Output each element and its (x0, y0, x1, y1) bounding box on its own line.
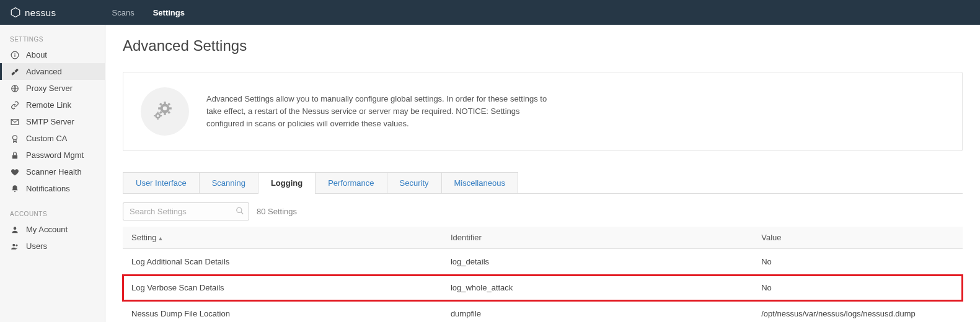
svg-rect-13 (164, 113, 166, 115)
globe-icon (10, 84, 20, 93)
svg-point-21 (157, 115, 159, 117)
sidebar-item-label: SMTP Server (26, 117, 74, 126)
bell-icon (10, 185, 20, 193)
sidebar-item-customca[interactable]: Custom CA (0, 130, 105, 147)
tab-scanning[interactable]: Scanning (199, 172, 258, 193)
heartbeat-icon (10, 168, 20, 176)
cell-value: No (753, 275, 963, 301)
svg-point-7 (14, 227, 17, 230)
svg-point-8 (12, 243, 15, 246)
svg-marker-0 (11, 8, 20, 17)
sidebar-item-label: Users (26, 242, 47, 251)
sidebar-item-smtp[interactable]: SMTP Server (0, 113, 105, 130)
svg-point-26 (237, 207, 242, 212)
svg-point-3 (14, 53, 15, 54)
gears-icon (141, 87, 189, 136)
brand-text: nessus (25, 7, 56, 18)
tab-performance[interactable]: Performance (315, 172, 387, 193)
svg-line-27 (241, 212, 244, 214)
sidebar-item-remote[interactable]: Remote Link (0, 97, 105, 113)
table-row[interactable]: Log Additional Scan Details log_details … (123, 249, 963, 275)
svg-rect-14 (158, 107, 161, 109)
sidebar-item-label: Proxy Server (26, 84, 73, 93)
svg-point-9 (15, 244, 17, 246)
svg-rect-24 (154, 115, 156, 116)
nav-settings[interactable]: Settings (153, 8, 185, 17)
mail-icon (10, 118, 20, 126)
cell-value: No (753, 249, 963, 275)
svg-rect-22 (157, 112, 159, 114)
table-row-highlighted[interactable]: Log Verbose Scan Details log_whole_attac… (123, 275, 963, 301)
sidebar-item-users[interactable]: Users (0, 238, 105, 255)
info-icon (10, 51, 20, 59)
search-icon (236, 206, 244, 217)
svg-point-11 (163, 107, 167, 111)
cell-setting: Nessus Dump File Location (123, 301, 442, 323)
user-icon (10, 225, 20, 234)
sidebar-item-label: Scanner Health (26, 167, 82, 176)
sidebar-item-label: Advanced (26, 67, 62, 76)
svg-rect-25 (161, 115, 162, 116)
sidebar-item-notifications[interactable]: Notifications (0, 180, 105, 197)
sidebar-item-label: Password Mgmt (26, 150, 84, 160)
svg-rect-23 (157, 118, 159, 120)
sidebar-item-myaccount[interactable]: My Account (0, 221, 105, 238)
cell-identifier: log_whole_attack (442, 275, 753, 301)
lock-icon (10, 151, 20, 160)
table-row[interactable]: Nessus Dump File Location dumpfile /opt/… (123, 301, 963, 323)
tab-user-interface[interactable]: User Interface (123, 172, 200, 193)
svg-rect-2 (14, 54, 15, 56)
sidebar-item-label: My Account (26, 225, 68, 234)
sidebar-item-label: Custom CA (26, 134, 67, 143)
tabs: User Interface Scanning Logging Performa… (123, 172, 963, 194)
main-content: Advanced Settings (105, 25, 980, 322)
sidebar-item-label: About (26, 50, 47, 59)
brand-logo[interactable]: nessus (10, 7, 56, 18)
top-nav: nessus Scans Settings (0, 0, 980, 25)
tab-miscellaneous[interactable]: Miscellaneous (441, 172, 518, 193)
sidebar-section-settings: SETTINGS (0, 33, 105, 46)
nessus-logo-icon (10, 7, 21, 18)
users-icon (10, 242, 20, 251)
settings-count: 80 Settings (257, 207, 297, 216)
certificate-icon (10, 134, 20, 143)
sidebar-item-advanced[interactable]: Advanced (0, 63, 105, 80)
sidebar-item-label: Notifications (26, 184, 70, 193)
cell-setting: Log Additional Scan Details (123, 249, 442, 275)
svg-rect-15 (169, 107, 172, 109)
sidebar-item-proxy[interactable]: Proxy Server (0, 80, 105, 97)
cell-value: /opt/nessus/var/nessus/logs/nessusd.dump (753, 301, 963, 323)
sidebar-item-about[interactable]: About (0, 46, 105, 63)
sidebar: SETTINGS About Advanced Proxy Server Rem… (0, 25, 105, 322)
banner-text: Advanced Settings allow you to manually … (206, 93, 554, 130)
cell-identifier: log_details (442, 249, 753, 275)
sort-asc-icon: ▲ (157, 235, 163, 242)
info-banner: Advanced Settings allow you to manually … (123, 72, 963, 151)
svg-rect-12 (164, 102, 166, 104)
svg-point-5 (13, 135, 17, 139)
sidebar-item-health[interactable]: Scanner Health (0, 163, 105, 180)
svg-rect-6 (12, 155, 17, 159)
th-identifier[interactable]: Identifier (442, 227, 753, 249)
tab-security[interactable]: Security (387, 172, 442, 193)
sidebar-item-label: Remote Link (26, 100, 71, 110)
page-title: Advanced Settings (123, 37, 963, 54)
top-nav-links: Scans Settings (112, 8, 185, 17)
nav-scans[interactable]: Scans (112, 8, 135, 17)
th-setting[interactable]: Setting▲ (123, 227, 442, 249)
link-icon (10, 101, 20, 110)
sidebar-section-accounts: ACCOUNTS (0, 208, 105, 221)
search-row: 80 Settings (123, 202, 963, 220)
tab-logging[interactable]: Logging (258, 172, 316, 193)
cell-setting: Log Verbose Scan Details (123, 275, 442, 301)
settings-table: Setting▲ Identifier Value Log Additional… (123, 227, 963, 322)
tools-icon (10, 67, 20, 76)
th-value[interactable]: Value (753, 227, 963, 249)
search-input[interactable] (123, 202, 249, 220)
cell-identifier: dumpfile (442, 301, 753, 323)
sidebar-item-password[interactable]: Password Mgmt (0, 147, 105, 163)
